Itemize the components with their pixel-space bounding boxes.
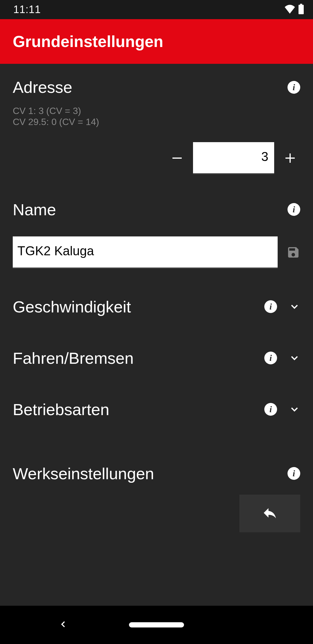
info-icon[interactable]: [287, 81, 300, 94]
factory-header: Werkseinstellungen: [13, 464, 300, 483]
speed-controls: [264, 300, 300, 313]
modes-controls: [264, 403, 300, 416]
drive-brake-controls: [264, 352, 300, 364]
page-title: Grundeinstellungen: [13, 32, 163, 51]
name-title: Name: [13, 200, 56, 219]
increment-button[interactable]: [280, 148, 300, 168]
cv-line-2: CV 29.5: 0 (CV = 14): [13, 116, 300, 127]
name-section: Name: [0, 180, 313, 274]
battery-icon: [298, 4, 304, 15]
app-header: Grundeinstellungen: [0, 19, 313, 64]
name-input-row: [13, 236, 300, 268]
name-header: Name: [13, 200, 300, 219]
info-icon[interactable]: [264, 300, 277, 313]
drive-brake-section[interactable]: Fahren/Bremsen: [0, 332, 313, 384]
reset-button[interactable]: [239, 495, 300, 532]
speed-section[interactable]: Geschwindigkeit: [0, 274, 313, 332]
drive-brake-title: Fahren/Bremsen: [13, 349, 134, 368]
decrement-button[interactable]: [167, 148, 187, 168]
chevron-down-icon[interactable]: [289, 301, 300, 312]
nav-home-pill[interactable]: [129, 622, 184, 627]
status-icons: [284, 4, 304, 15]
info-icon[interactable]: [264, 403, 277, 416]
svg-rect-0: [299, 5, 304, 14]
factory-section: Werkseinstellungen: [0, 435, 313, 541]
info-icon[interactable]: [287, 467, 300, 480]
speed-title: Geschwindigkeit: [13, 297, 131, 316]
modes-title: Betriebsarten: [13, 400, 109, 419]
address-stepper: [13, 142, 300, 174]
status-bar: 11:11: [0, 0, 313, 19]
svg-rect-1: [300, 4, 302, 5]
navigation-bar: [0, 606, 313, 644]
undo-icon: [262, 505, 278, 522]
factory-title: Werkseinstellungen: [13, 464, 154, 483]
address-title: Adresse: [13, 78, 72, 97]
address-section: Adresse CV 1: 3 (CV = 3) CV 29.5: 0 (CV …: [0, 64, 313, 180]
cv-line-1: CV 1: 3 (CV = 3): [13, 105, 300, 116]
chevron-down-icon[interactable]: [289, 352, 300, 364]
wifi-icon: [284, 4, 296, 15]
name-input[interactable]: [13, 236, 278, 268]
save-icon[interactable]: [286, 245, 300, 259]
main-content: Adresse CV 1: 3 (CV = 3) CV 29.5: 0 (CV …: [0, 64, 313, 606]
address-cv-info: CV 1: 3 (CV = 3) CV 29.5: 0 (CV = 14): [13, 105, 300, 128]
info-icon[interactable]: [264, 352, 277, 364]
address-header: Adresse: [13, 78, 300, 97]
nav-back-icon[interactable]: [58, 619, 68, 631]
info-icon[interactable]: [287, 203, 300, 216]
modes-section[interactable]: Betriebsarten: [0, 384, 313, 435]
address-input[interactable]: [193, 142, 274, 174]
chevron-down-icon[interactable]: [289, 404, 300, 415]
reset-row: [13, 495, 300, 532]
status-time: 11:11: [13, 3, 41, 16]
